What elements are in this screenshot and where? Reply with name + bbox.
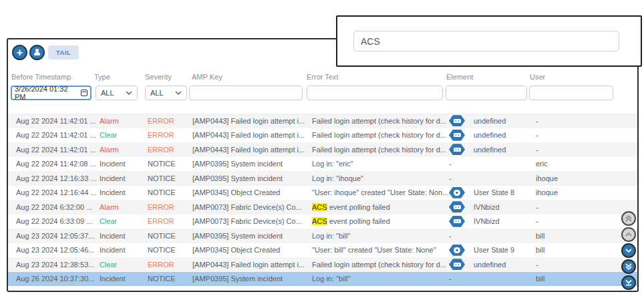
error-text: Failed login attempt (check history for … — [312, 117, 446, 125]
search-input[interactable] — [353, 31, 619, 51]
error-text-filter-input[interactable] — [307, 86, 443, 100]
before-timestamp-input[interactable]: 3/26/2024 01:32 PM — [11, 86, 92, 100]
cell-error-text: Log in: "bill" — [312, 275, 449, 283]
user-label: User — [530, 73, 545, 81]
chevron-down-icon — [126, 91, 132, 95]
element-name: - — [449, 232, 452, 240]
cell-element: User State 8 — [449, 187, 536, 198]
cell-severity: ERROR — [148, 217, 192, 225]
error-text: Failed login attempt (check history for … — [312, 261, 446, 269]
add-button[interactable]: + — [12, 45, 27, 60]
cell-element: - — [449, 275, 536, 283]
cell-element: undefined — [449, 130, 536, 141]
type-label: Type — [94, 73, 110, 81]
element-name: undefined — [474, 146, 506, 154]
table-row[interactable]: Aug 22 2024 11:42:01 ... Clear ERROR [AM… — [8, 128, 637, 143]
cell-error-text: Failed login attempt (check history for … — [312, 131, 449, 139]
cell-type: Incident — [100, 275, 148, 283]
element-name: - — [449, 275, 452, 283]
cell-timestamp: Aug 23 2024 12:38:53... — [16, 261, 100, 269]
cell-user: - — [536, 131, 637, 139]
chevron-up-icon — [624, 230, 633, 239]
cell-severity: NOTICE — [148, 174, 192, 182]
error-text: event polling failed — [327, 203, 390, 211]
cell-element: undefined — [449, 144, 536, 155]
scroll-page-down-button[interactable] — [621, 259, 636, 274]
cell-type: Incident — [100, 188, 148, 196]
cell-element: undefined — [449, 115, 536, 126]
cell-timestamp: Aug 22 2024 11:42:01 ... — [16, 117, 100, 125]
chevron-double-down-icon — [624, 262, 633, 271]
cell-error-text: "User: bill" created "User State: None" — [312, 246, 449, 254]
plus-icon: + — [17, 47, 23, 58]
chevron-down-icon — [624, 246, 633, 255]
element-name: User State 8 — [474, 188, 514, 196]
cell-error-text: Log in: "bill" — [312, 232, 449, 240]
cell-severity: ERROR — [148, 131, 192, 139]
error-text: Log in: "eric" — [312, 160, 353, 168]
scroll-up-button[interactable] — [621, 227, 636, 242]
cell-element: - — [449, 174, 536, 182]
scroll-to-top-button[interactable] — [621, 211, 636, 226]
cell-element: IVNbizd — [449, 216, 536, 227]
person-icon — [33, 49, 41, 56]
cell-element: - — [449, 160, 536, 168]
cell-user: - — [536, 203, 637, 211]
cell-timestamp: Aug 23 2024 12:05:46... — [16, 246, 100, 254]
element-label: Element — [446, 73, 473, 81]
amp-key-label: AMP Key — [192, 73, 222, 81]
element-type-icon — [449, 144, 465, 155]
cell-timestamp: Aug 22 2024 6:32:00 ... — [16, 203, 100, 211]
table-row[interactable]: Aug 22 2024 11:42:01 ... Alarm ERROR [AM… — [8, 114, 637, 128]
cell-amp-key: [AMP0073] Fabric Device(s) Co... — [192, 217, 312, 225]
element-type-icon — [449, 115, 465, 126]
cell-type: Clear — [100, 131, 148, 139]
tail-button[interactable]: TAIL — [48, 45, 79, 59]
cell-type: Clear — [100, 261, 148, 269]
cell-severity: ERROR — [148, 146, 192, 154]
element-type-icon — [449, 201, 465, 212]
table-row[interactable]: Aug 23 2024 12:38:53... Clear ERROR [AMP… — [8, 257, 637, 272]
cell-amp-key: [AMP0395] System incident — [192, 232, 312, 240]
cell-type: Alarm — [100, 203, 148, 211]
table-row[interactable]: Aug 22 2024 12:16:44 ... Incident NOTICE… — [8, 186, 637, 200]
cell-user: ihoque — [536, 174, 637, 182]
table-row[interactable]: Aug 22 2024 11:42:08 ... Incident NOTICE… — [8, 157, 637, 172]
cell-amp-key: [AMP0073] Fabric Device(s) Co... — [192, 203, 312, 211]
error-text: Log in: "ihoque" — [312, 174, 363, 182]
error-text: event polling failed — [327, 217, 390, 225]
element-filter-input[interactable] — [446, 86, 527, 100]
cell-severity: ERROR — [148, 203, 192, 211]
cell-timestamp: Aug 23 2024 12:05:37... — [16, 232, 100, 240]
cell-element: undefined — [449, 259, 536, 270]
scroll-down-button[interactable] — [621, 243, 636, 258]
severity-select[interactable]: ALL — [145, 86, 187, 100]
error-text-label: Error Text — [307, 73, 338, 81]
table-row[interactable]: Aug 26 2024 10:37:30... Incident NOTICE … — [8, 272, 637, 287]
type-select[interactable]: ALL — [96, 86, 138, 100]
user-filter-input[interactable] — [529, 86, 613, 100]
table-row[interactable]: Aug 23 2024 12:05:37... Incident NOTICE … — [8, 229, 637, 243]
user-button[interactable] — [29, 45, 45, 60]
element-type-icon — [449, 187, 465, 198]
scroll-to-bottom-button[interactable] — [621, 275, 636, 290]
amp-key-filter-input[interactable] — [189, 86, 303, 100]
element-name: undefined — [474, 117, 506, 125]
table-row[interactable]: Aug 22 2024 11:42:01 ... Alarm ERROR [AM… — [8, 142, 637, 157]
table-row[interactable]: Aug 23 2024 12:05:46... Incident NOTICE … — [8, 243, 637, 258]
cell-timestamp: Aug 22 2024 6:33:09 ... — [16, 217, 100, 225]
element-name: IVNbizd — [474, 217, 500, 225]
cell-timestamp: Aug 26 2024 10:37:30... — [16, 275, 100, 283]
table-row[interactable]: Aug 22 2024 12:16:33 ... Incident NOTICE… — [8, 171, 637, 186]
table-row[interactable]: Aug 22 2024 6:33:09 ... Clear ERROR [AMP… — [8, 214, 637, 229]
error-text: Log in: "bill" — [312, 275, 350, 283]
calendar-icon[interactable] — [81, 90, 88, 96]
before-timestamp-value: 3/26/2024 01:32 PM — [15, 85, 81, 101]
table-row[interactable]: Aug 22 2024 6:32:00 ... Alarm ERROR [AMP… — [8, 200, 637, 214]
cell-error-text: Log in: "eric" — [312, 160, 449, 168]
cell-type: Incident — [100, 160, 148, 168]
cell-error-text: "User: ihoque" created "User State: Non.… — [312, 188, 449, 196]
cell-error-text: Failed login attempt (check history for … — [312, 261, 449, 269]
element-name: undefined — [474, 261, 506, 269]
error-text: Failed login attempt (check history for … — [312, 131, 446, 139]
